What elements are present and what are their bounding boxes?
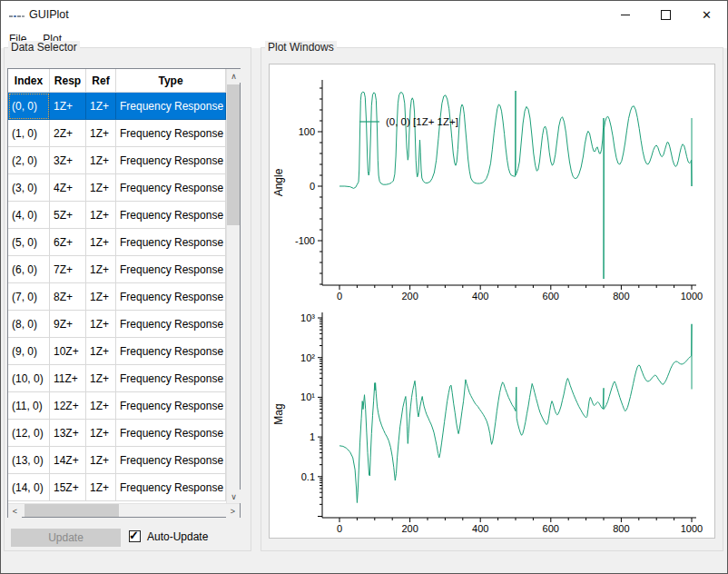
cell-ref[interactable]: 1Z+	[86, 283, 116, 311]
vertical-scrollbar[interactable]: ∧ ∨	[226, 69, 240, 503]
cell-ref[interactable]: 1Z+	[86, 338, 116, 365]
cell-resp[interactable]: 5Z+	[50, 202, 86, 229]
cell-ref[interactable]: 1Z+	[86, 474, 116, 501]
cell-type[interactable]: Frequency Response F	[116, 147, 226, 174]
cell-index[interactable]: (2, 0)	[8, 147, 50, 174]
svg-text:1: 1	[310, 431, 315, 442]
auto-update-label[interactable]: Auto-Update	[147, 530, 208, 543]
cell-type[interactable]: Frequency Response F	[116, 120, 226, 147]
cell-type[interactable]: Frequency Response F	[116, 338, 226, 365]
plot-windows-title: Plot Windows	[265, 41, 337, 54]
svg-text:-100: -100	[295, 235, 315, 246]
cell-index[interactable]: (5, 0)	[8, 229, 50, 256]
cell-resp[interactable]: 11Z+	[50, 365, 86, 392]
column-header-type[interactable]: Type	[116, 69, 226, 93]
cell-resp[interactable]: 1Z+	[50, 93, 86, 120]
cell-type[interactable]: Frequency Response F	[116, 311, 226, 338]
cell-resp[interactable]: 6Z+	[50, 229, 86, 256]
cell-type[interactable]: Frequency Response F	[116, 420, 226, 447]
cell-index[interactable]: (11, 0)	[8, 392, 50, 420]
table-row[interactable]: (2, 0)3Z+1Z+Frequency Response F	[8, 147, 226, 174]
update-button[interactable]: Update	[11, 529, 121, 547]
table-row[interactable]: (5, 0)6Z+1Z+Frequency Response F	[8, 229, 226, 256]
horizontal-scrollbar[interactable]: < >	[8, 503, 240, 517]
cell-type[interactable]: Frequency Response F	[116, 256, 226, 283]
table-body: (0, 0)1Z+1Z+Frequency Response F(1, 0)2Z…	[8, 93, 226, 501]
cell-type[interactable]: Frequency Response F	[116, 474, 226, 501]
cell-index[interactable]: (0, 0)	[8, 93, 50, 120]
column-header-resp[interactable]: Resp	[50, 69, 86, 93]
cell-type[interactable]: Frequency Response F	[116, 447, 226, 474]
maximize-button[interactable]	[645, 1, 686, 29]
cell-ref[interactable]: 1Z+	[86, 256, 116, 283]
cell-index[interactable]: (3, 0)	[8, 174, 50, 202]
cell-ref[interactable]: 1Z+	[86, 147, 116, 174]
cell-ref[interactable]: 1Z+	[86, 93, 116, 120]
column-header-index[interactable]: Index	[8, 69, 50, 93]
auto-update-checkbox[interactable]: ✓	[129, 530, 141, 542]
cell-type[interactable]: Frequency Response F	[116, 202, 226, 229]
cell-ref[interactable]: 1Z+	[86, 447, 116, 474]
table-row[interactable]: (12, 0)13Z+1Z+Frequency Response F	[8, 420, 226, 447]
cell-ref[interactable]: 1Z+	[86, 392, 116, 420]
cell-index[interactable]: (12, 0)	[8, 420, 50, 447]
table-row[interactable]: (1, 0)2Z+1Z+Frequency Response F	[8, 120, 226, 147]
cell-resp[interactable]: 2Z+	[50, 120, 86, 147]
cell-resp[interactable]: 8Z+	[50, 283, 86, 311]
cell-ref[interactable]: 1Z+	[86, 229, 116, 256]
vertical-scrollbar-thumb[interactable]	[227, 84, 240, 225]
cell-ref[interactable]: 1Z+	[86, 174, 116, 202]
table-row[interactable]: (0, 0)1Z+1Z+Frequency Response F	[8, 93, 226, 120]
cell-resp[interactable]: 10Z+	[50, 338, 86, 365]
cell-resp[interactable]: 4Z+	[50, 174, 86, 202]
column-header-ref[interactable]: Ref	[86, 69, 116, 93]
cell-type[interactable]: Frequency Response F	[116, 229, 226, 256]
cell-type[interactable]: Frequency Response F	[116, 392, 226, 420]
cell-ref[interactable]: 1Z+	[86, 365, 116, 392]
cell-resp[interactable]: 14Z+	[50, 447, 86, 474]
scroll-right-icon[interactable]: >	[226, 504, 240, 518]
table-row[interactable]: (14, 0)15Z+1Z+Frequency Response F	[8, 474, 226, 501]
scroll-left-icon[interactable]: <	[8, 504, 22, 518]
scroll-up-icon[interactable]: ∧	[227, 69, 241, 83]
cell-resp[interactable]: 15Z+	[50, 474, 86, 501]
cell-index[interactable]: (4, 0)	[8, 202, 50, 229]
table-row[interactable]: (9, 0)10Z+1Z+Frequency Response F	[8, 338, 226, 365]
data-table: IndexRespRefType (0, 0)1Z+1Z+Frequency R…	[7, 68, 241, 518]
cell-resp[interactable]: 7Z+	[50, 256, 86, 283]
cell-type[interactable]: Frequency Response F	[116, 365, 226, 392]
cell-ref[interactable]: 1Z+	[86, 120, 116, 147]
cell-index[interactable]: (9, 0)	[8, 338, 50, 365]
cell-index[interactable]: (13, 0)	[8, 447, 50, 474]
cell-type[interactable]: Frequency Response F	[116, 174, 226, 202]
table-row[interactable]: (3, 0)4Z+1Z+Frequency Response F	[8, 174, 226, 202]
table-row[interactable]: (11, 0)12Z+1Z+Frequency Response F	[8, 392, 226, 420]
svg-text:200: 200	[401, 291, 418, 302]
cell-index[interactable]: (14, 0)	[8, 474, 50, 501]
cell-index[interactable]: (8, 0)	[8, 311, 50, 338]
horizontal-scrollbar-thumb[interactable]	[25, 504, 119, 517]
svg-text:400: 400	[472, 523, 488, 534]
cell-ref[interactable]: 1Z+	[86, 420, 116, 447]
table-row[interactable]: (4, 0)5Z+1Z+Frequency Response F	[8, 202, 226, 229]
table-row[interactable]: (10, 0)11Z+1Z+Frequency Response F	[8, 365, 226, 392]
cell-index[interactable]: (10, 0)	[8, 365, 50, 392]
cell-ref[interactable]: 1Z+	[86, 202, 116, 229]
cell-ref[interactable]: 1Z+	[86, 311, 116, 338]
minimize-button[interactable]	[605, 1, 645, 29]
cell-type[interactable]: Frequency Response F	[116, 93, 226, 120]
cell-type[interactable]: Frequency Response F	[116, 283, 226, 311]
table-row[interactable]: (13, 0)14Z+1Z+Frequency Response F	[8, 447, 226, 474]
cell-resp[interactable]: 9Z+	[50, 311, 86, 338]
cell-index[interactable]: (7, 0)	[8, 283, 50, 311]
table-row[interactable]: (7, 0)8Z+1Z+Frequency Response F	[8, 283, 226, 311]
cell-index[interactable]: (1, 0)	[8, 120, 50, 147]
close-button[interactable]: ✕	[686, 1, 727, 29]
table-row[interactable]: (8, 0)9Z+1Z+Frequency Response F	[8, 311, 226, 338]
cell-index[interactable]: (6, 0)	[8, 256, 50, 283]
cell-resp[interactable]: 3Z+	[50, 147, 86, 174]
cell-resp[interactable]: 12Z+	[50, 392, 86, 420]
scroll-down-icon[interactable]: ∨	[227, 490, 241, 503]
cell-resp[interactable]: 13Z+	[50, 420, 86, 447]
table-row[interactable]: (6, 0)7Z+1Z+Frequency Response F	[8, 256, 226, 283]
